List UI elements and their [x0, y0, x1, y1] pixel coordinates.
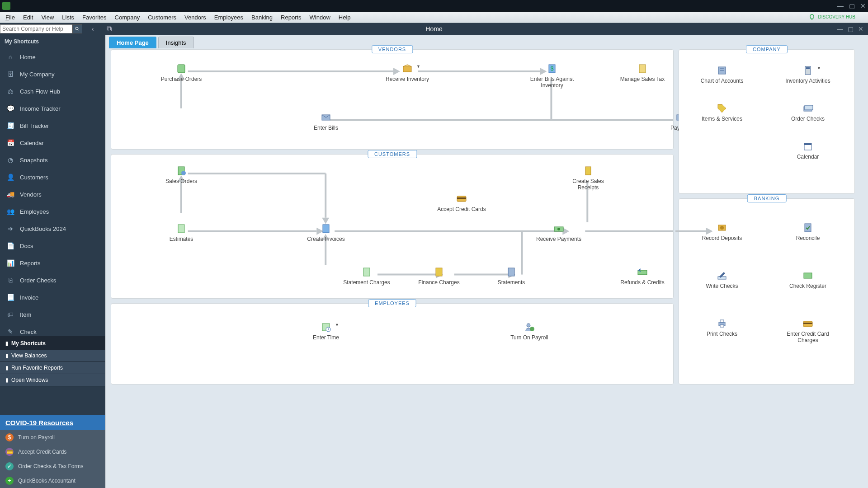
node-inventory-activities[interactable]: ▼Inventory Activities — [783, 65, 833, 84]
do-more-order-checks[interactable]: ✓Order Checks & Tax Forms — [0, 459, 105, 474]
do-more-qb-accountant[interactable]: +QuickBooks Accountant — [0, 474, 105, 488]
check-icon: ✎ — [6, 328, 14, 336]
minimize-icon[interactable]: — — [837, 2, 844, 9]
sidebar-item-vendors[interactable]: 🚚Vendors — [0, 186, 105, 203]
sidebar-item-cash-flow[interactable]: ⚖Cash Flow Hub — [0, 83, 105, 100]
sidebar-item-income-tracker[interactable]: 💬Income Tracker — [0, 100, 105, 117]
svg-rect-72 — [720, 325, 724, 327]
check-stack-icon — [802, 103, 814, 114]
sidebar-item-qb2024[interactable]: ➔QuickBooks 2024 — [0, 220, 105, 237]
svg-point-66 — [720, 226, 724, 230]
node-enter-time[interactable]: ▼Enter Time — [301, 322, 351, 341]
invoice-icon — [320, 223, 332, 234]
svg-rect-58 — [806, 67, 810, 69]
node-company-calendar[interactable]: Calendar — [783, 141, 833, 160]
menu-company[interactable]: Company — [115, 14, 140, 21]
menu-favorites[interactable]: Favorites — [82, 14, 106, 21]
maximize-icon[interactable]: ▢ — [849, 2, 855, 9]
tab-run-favorite-reports[interactable]: ▮ Run Favorite Reports — [0, 362, 105, 374]
menu-banking[interactable]: Banking — [251, 14, 273, 21]
customers-panel: CUSTOMERS Sales Orders Accept Credit Car… — [111, 154, 674, 299]
sidebar-item-snapshots[interactable]: ◔Snapshots — [0, 151, 105, 169]
node-enter-bills-inventory[interactable]: $Enter Bills Against Inventory — [527, 63, 577, 89]
node-receive-payments[interactable]: Receive Payments — [534, 223, 584, 242]
menu-window[interactable]: Window — [310, 14, 330, 21]
sidebar-item-home[interactable]: ⌂Home — [0, 48, 105, 66]
node-accept-cc[interactable]: Accept Credit Cards — [437, 193, 486, 212]
node-check-register[interactable]: Check Register — [783, 270, 833, 289]
tax-icon — [636, 63, 649, 74]
sidebar-footer: COVID-19 Resources $Turn on Payroll 💳Acc… — [0, 415, 105, 488]
cc-icon — [455, 193, 468, 204]
svg-rect-71 — [720, 320, 724, 322]
bill-dollar-icon: $ — [546, 63, 558, 74]
covid-resources-link[interactable]: COVID-19 Resources — [0, 415, 105, 430]
node-chart-accounts[interactable]: Chart of Accounts — [697, 65, 747, 84]
subwin-close-icon[interactable]: ✕ — [858, 25, 863, 33]
menu-view[interactable]: View — [41, 14, 54, 21]
home-icon: ⌂ — [6, 53, 14, 61]
sidebar-item-check[interactable]: ✎Check — [0, 323, 105, 338]
sidebar-item-order-checks[interactable]: ⎘Order Checks — [0, 272, 105, 289]
sidebar-item-employees[interactable]: 👥Employees — [0, 203, 105, 220]
node-enter-bills[interactable]: Enter Bills — [301, 112, 351, 131]
do-more-turn-on-payroll[interactable]: $Turn on Payroll — [0, 430, 105, 445]
node-purchase-orders[interactable]: Purchase Orders — [156, 63, 206, 82]
node-statement-charges[interactable]: Statement Charges — [342, 267, 392, 286]
sidebar-item-label: QuickBooks 2024 — [20, 225, 66, 232]
sidebar-item-label: Bill Tracker — [20, 122, 49, 129]
node-items-services[interactable]: Items & Services — [697, 103, 747, 122]
node-estimates[interactable]: Estimates — [156, 223, 206, 242]
node-statements[interactable]: Statements — [486, 267, 536, 286]
sidebar-item-calendar[interactable]: 📅Calendar — [0, 134, 105, 151]
tab-my-shortcuts[interactable]: ▮ My Shortcuts — [0, 338, 105, 350]
menu-help[interactable]: Help — [339, 14, 351, 21]
menu-customers[interactable]: Customers — [148, 14, 176, 21]
sidebar-item-invoice[interactable]: 📃Invoice — [0, 289, 105, 306]
node-record-deposits[interactable]: Record Deposits — [697, 222, 747, 241]
sidebar-item-label: Item — [20, 311, 31, 318]
collapse-sidebar-button[interactable]: ‹ — [88, 24, 98, 34]
subwin-minimize-icon[interactable]: — — [837, 25, 843, 33]
chevron-down-icon: ▼ — [416, 64, 420, 69]
tab-home-page[interactable]: Home Page — [109, 37, 156, 48]
tab-insights[interactable]: Insights — [158, 37, 194, 48]
menu-reports[interactable]: Reports — [281, 14, 302, 21]
tab-open-windows[interactable]: ▮ Open Windows — [0, 374, 105, 386]
discovery-hub[interactable]: DISCOVERY HUB — [808, 14, 855, 21]
menu-employees[interactable]: Employees — [214, 14, 243, 21]
sidebar-item-docs[interactable]: 📄Docs — [0, 237, 105, 254]
sidebar-item-reports[interactable]: 📊Reports — [0, 254, 105, 272]
node-reconcile[interactable]: Reconcile — [783, 222, 833, 241]
do-more-accept-cc[interactable]: 💳Accept Credit Cards — [0, 445, 105, 459]
sidebar-item-customers[interactable]: 👤Customers — [0, 169, 105, 186]
node-sales-orders[interactable]: Sales Orders — [156, 165, 206, 184]
node-print-checks[interactable]: Print Checks — [697, 318, 747, 337]
node-enter-cc-charges[interactable]: Enter Credit Card Charges — [783, 318, 833, 343]
node-order-checks[interactable]: Order Checks — [783, 103, 833, 122]
search-button[interactable] — [72, 24, 82, 33]
svg-point-38 — [181, 171, 186, 175]
node-refunds-credits[interactable]: Refunds & Credits — [618, 267, 667, 286]
menu-file[interactable]: File — [5, 14, 15, 21]
sidebar-item-my-company[interactable]: 🗄My Company — [0, 66, 105, 83]
window-titlebar: — ▢ ✕ — [0, 0, 868, 12]
svg-rect-48 — [508, 268, 514, 276]
sidebar-item-bill-tracker[interactable]: 🧾Bill Tracker — [0, 117, 105, 134]
menu-vendors[interactable]: Vendors — [184, 14, 206, 21]
node-create-sales-receipts[interactable]: Create Sales Receipts — [563, 165, 613, 191]
node-write-checks[interactable]: Write Checks — [697, 270, 747, 289]
node-manage-sales-tax[interactable]: Manage Sales Tax — [618, 63, 667, 82]
search-input[interactable] — [0, 24, 72, 33]
tab-view-balances[interactable]: ▮ View Balances — [0, 350, 105, 362]
menu-edit[interactable]: Edit — [23, 14, 33, 21]
popout-icon[interactable]: ⧉ — [107, 25, 112, 33]
menu-lists[interactable]: Lists — [62, 14, 74, 21]
sidebar-item-item[interactable]: 🏷Item — [0, 306, 105, 323]
node-turn-on-payroll[interactable]: Turn On Payroll — [505, 322, 554, 341]
subwin-maximize-icon[interactable]: ▢ — [848, 25, 854, 33]
close-icon[interactable]: ✕ — [860, 2, 866, 9]
node-receive-inventory[interactable]: ▼Receive Inventory — [382, 63, 432, 82]
node-create-invoices[interactable]: Create Invoices — [301, 223, 351, 242]
node-finance-charges[interactable]: Finance Charges — [414, 267, 464, 286]
